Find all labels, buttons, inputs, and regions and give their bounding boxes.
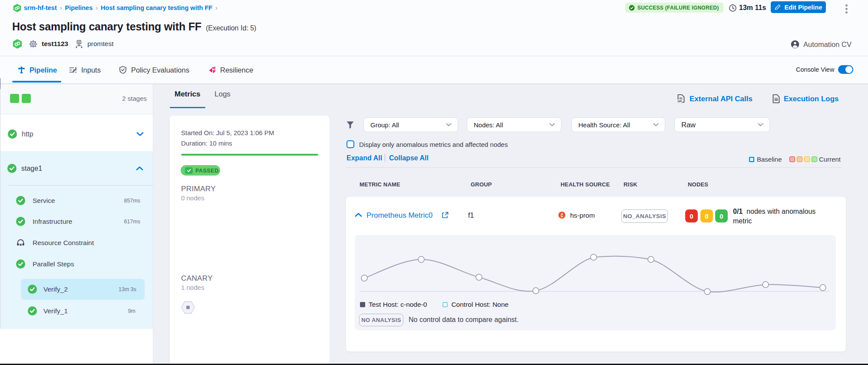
svg-text:API: API	[677, 100, 682, 103]
